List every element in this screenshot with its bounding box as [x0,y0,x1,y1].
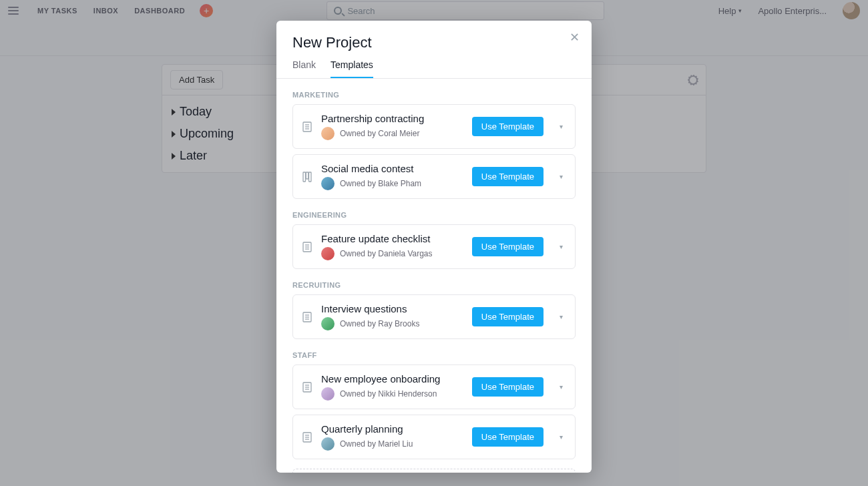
template-owner: Owned by Nikki Henderson [340,389,437,399]
template-group-label: RECRUITING [292,281,576,289]
tab-blank[interactable]: Blank [292,59,316,78]
template-group-label: ENGINEERING [292,211,576,219]
svg-rect-5 [306,172,308,179]
use-template-button[interactable]: Use Template [472,237,544,256]
template-title: Feature update checklist [321,233,463,244]
use-template-button[interactable]: Use Template [472,117,544,136]
use-template-button[interactable]: Use Template [472,307,544,326]
template-card: Interview questionsOwned by Ray BrooksUs… [292,294,576,339]
new-project-modal: ✕ New Project Blank Templates MARKETINGP… [276,21,592,473]
owner-avatar [321,437,335,451]
template-group-label: STAFF [292,351,576,359]
list-icon [302,242,312,252]
board-icon [302,172,312,182]
template-owner: Owned by Blake Pham [340,179,421,188]
chevron-down-icon[interactable]: ▾ [557,172,566,182]
template-info-box: iSave your own project templates for you… [292,469,576,473]
use-template-button[interactable]: Use Template [472,427,544,447]
template-title: Social media contest [321,163,463,174]
chevron-down-icon[interactable]: ▾ [557,432,566,442]
owner-avatar [321,387,335,401]
chevron-down-icon[interactable]: ▾ [557,242,566,252]
template-title: New employee onboarding [321,373,463,385]
use-template-button[interactable]: Use Template [472,167,544,186]
template-owner: Owned by Daniela Vargas [340,249,433,258]
template-card: Social media contestOwned by Blake PhamU… [292,154,576,199]
modal-tabs: Blank Templates [276,59,592,79]
template-card: Quarterly planningOwned by Mariel LiuUse… [292,415,576,459]
owner-avatar [321,127,335,140]
svg-rect-4 [303,172,306,182]
owner-avatar [321,247,335,260]
template-title: Interview questions [321,303,463,314]
tab-templates[interactable]: Templates [331,59,373,78]
template-group-label: MARKETING [292,91,576,99]
chevron-down-icon[interactable]: ▾ [557,382,566,392]
svg-rect-6 [309,172,312,182]
chevron-down-icon[interactable]: ▾ [557,121,566,132]
template-card: Partnership contractingOwned by Coral Me… [292,104,576,149]
template-owner: Owned by Mariel Liu [340,439,413,449]
template-card: New employee onboardingOwned by Nikki He… [292,364,576,409]
owner-avatar [321,317,335,330]
list-icon [302,432,312,443]
template-owner: Owned by Ray Brooks [340,319,419,328]
close-icon[interactable]: ✕ [570,31,580,43]
list-icon [302,382,312,393]
list-icon [302,121,312,132]
owner-avatar [321,177,335,190]
template-card: Feature update checklistOwned by Daniela… [292,224,576,269]
list-icon [302,312,312,322]
modal-title: New Project [292,34,576,51]
template-owner: Owned by Coral Meier [340,129,419,138]
use-template-button[interactable]: Use Template [472,377,544,397]
template-title: Quarterly planning [321,423,463,435]
chevron-down-icon[interactable]: ▾ [557,312,566,322]
template-title: Partnership contracting [321,113,463,124]
